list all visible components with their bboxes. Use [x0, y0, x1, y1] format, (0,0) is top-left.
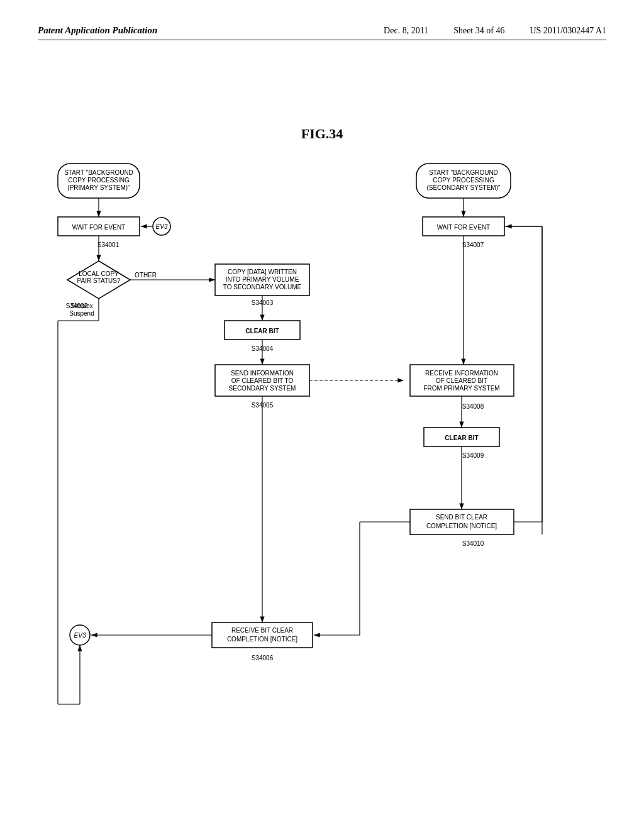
svg-text:(PRIMARY SYSTEM)": (PRIMARY SYSTEM)": [67, 184, 130, 191]
page-header: Patent Application Publication Dec. 8, 2…: [38, 25, 606, 40]
svg-text:START "BACKGROUND: START "BACKGROUND: [64, 169, 133, 176]
svg-text:WAIT FOR EVENT: WAIT FOR EVENT: [437, 224, 490, 231]
svg-line-80: [314, 522, 410, 635]
svg-text:TO SECONDARY VOLUME: TO SECONDARY VOLUME: [223, 284, 302, 290]
svg-text:COMPLETION [NOTICE]: COMPLETION [NOTICE]: [227, 636, 297, 643]
svg-text:S34010: S34010: [462, 540, 484, 547]
svg-rect-42: [212, 622, 313, 648]
svg-text:COPY [DATA] WRITTEN: COPY [DATA] WRITTEN: [228, 268, 297, 275]
svg-text:OTHER: OTHER: [135, 272, 157, 279]
svg-text:EV3: EV3: [156, 223, 168, 230]
svg-rect-72: [410, 509, 514, 534]
svg-text:SEND BIT CLEAR: SEND BIT CLEAR: [436, 514, 487, 521]
svg-text:WAIT FOR EVENT: WAIT FOR EVENT: [72, 224, 125, 231]
svg-text:(SECONDARY SYSTEM)": (SECONDARY SYSTEM)": [426, 184, 501, 191]
svg-text:SEND INFORMATION: SEND INFORMATION: [231, 370, 294, 377]
svg-text:RECEIVE INFORMATION: RECEIVE INFORMATION: [425, 370, 498, 377]
svg-text:RECEIVE BIT CLEAR: RECEIVE BIT CLEAR: [231, 627, 293, 634]
figure-title: FIG.34: [0, 126, 644, 142]
svg-text:OF CLEARED BIT: OF CLEARED BIT: [436, 377, 487, 384]
svg-text:INTO PRIMARY VOLUME: INTO PRIMARY VOLUME: [226, 276, 299, 283]
svg-text:OF CLEARED BIT TO: OF CLEARED BIT TO: [231, 377, 294, 384]
svg-text:PAIR STATUS?: PAIR STATUS?: [77, 277, 121, 284]
svg-text:SECONDARY SYSTEM: SECONDARY SYSTEM: [229, 385, 296, 392]
svg-text:Suspend: Suspend: [69, 310, 94, 317]
publication-date: Dec. 8, 2011: [384, 26, 428, 36]
patent-number: US 2011/0302447 A1: [530, 26, 606, 36]
svg-text:S34007: S34007: [462, 241, 484, 248]
svg-text:S34009: S34009: [462, 452, 484, 459]
svg-text:START "BACKGROUND: START "BACKGROUND: [429, 169, 498, 176]
sheet-info: Sheet 34 of 46: [453, 26, 504, 36]
svg-text:COPY PROCESSING: COPY PROCESSING: [433, 177, 494, 184]
svg-text:EV3: EV3: [74, 632, 86, 639]
svg-text:CLEAR BIT: CLEAR BIT: [445, 434, 478, 441]
svg-line-79: [314, 522, 410, 635]
svg-text:CLEAR BIT: CLEAR BIT: [245, 328, 279, 335]
svg-text:S34006: S34006: [252, 655, 274, 661]
svg-text:S34001: S34001: [97, 241, 119, 248]
flowchart-svg: START "BACKGROUND COPY PROCESSING (PRIMA…: [38, 157, 606, 767]
svg-text:Simplex: Simplex: [70, 302, 93, 309]
svg-text:LOCAL COPY: LOCAL COPY: [79, 270, 119, 277]
publication-title: Patent Application Publication: [38, 25, 157, 36]
diagram-area: START "BACKGROUND COPY PROCESSING (PRIMA…: [38, 157, 606, 767]
svg-text:COPY PROCESSING: COPY PROCESSING: [68, 177, 130, 184]
svg-text:S34008: S34008: [462, 403, 484, 410]
svg-text:FROM PRIMARY SYSTEM: FROM PRIMARY SYSTEM: [423, 385, 499, 392]
svg-text:COMPLETION [NOTICE]: COMPLETION [NOTICE]: [426, 523, 497, 529]
